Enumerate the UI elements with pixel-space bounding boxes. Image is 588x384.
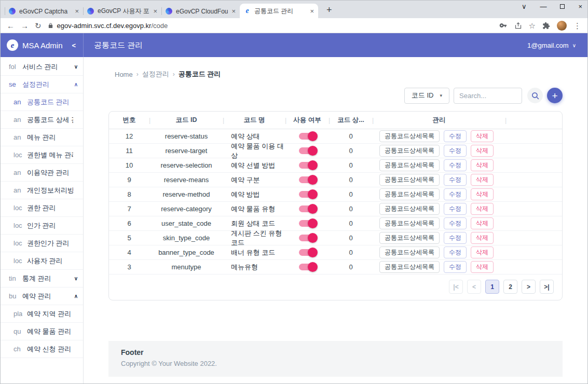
in-use-toggle[interactable]: [299, 162, 316, 169]
breadcrumb-item[interactable]: 설정관리 ›: [142, 70, 179, 79]
in-use-toggle[interactable]: [299, 249, 316, 256]
detail-list-button[interactable]: 공통코드상세목록: [379, 130, 440, 142]
delete-button[interactable]: 삭제: [471, 188, 494, 200]
edit-button[interactable]: 수정: [444, 246, 467, 258]
sidebar-item[interactable]: loc 인가 관리: [1, 217, 83, 235]
cell-code-name: 회원 상태 코드: [223, 219, 285, 228]
window-maximize-icon[interactable]: [560, 4, 565, 9]
search-input[interactable]: [454, 88, 522, 104]
window-minimize-icon[interactable]: —: [540, 3, 546, 10]
delete-button[interactable]: 삭제: [471, 145, 494, 157]
delete-button[interactable]: 삭제: [471, 203, 494, 215]
in-use-toggle[interactable]: [299, 205, 316, 212]
edit-button[interactable]: 수정: [444, 232, 467, 244]
edit-button[interactable]: 수정: [444, 174, 467, 186]
add-code-button[interactable]: +: [547, 88, 563, 103]
edit-button[interactable]: 수정: [444, 145, 467, 157]
delete-button[interactable]: 삭제: [471, 174, 494, 186]
tab-close-icon[interactable]: ×: [310, 7, 314, 15]
share-icon[interactable]: [514, 22, 522, 30]
sidebar-item[interactable]: loc 권한 관리: [1, 199, 83, 217]
tab-close-icon[interactable]: ×: [75, 7, 79, 15]
window-menu-icon[interactable]: ∨: [522, 3, 527, 10]
breadcrumb-item[interactable]: 공통코드 관리 ›: [179, 70, 221, 79]
edit-button[interactable]: 수정: [444, 159, 467, 171]
delete-button[interactable]: 삭제: [471, 232, 494, 244]
sidebar-item-icon: pla: [13, 310, 22, 318]
profile-avatar[interactable]: [557, 21, 567, 31]
in-use-toggle[interactable]: [299, 235, 316, 241]
sidebar-item[interactable]: tin 통계 관리 ∨: [1, 270, 83, 287]
edit-button[interactable]: 수정: [444, 188, 467, 200]
edit-button[interactable]: 수정: [444, 217, 467, 229]
sidebar-item[interactable]: ch 예약 신청 관리: [1, 340, 83, 358]
pagination-button[interactable]: <: [467, 280, 481, 294]
detail-list-button[interactable]: 공통코드상세목록: [379, 203, 440, 215]
address-bar[interactable]: egov-admin.svc.cf.dev.egovp.kr/code: [48, 22, 493, 30]
sidebar-item[interactable]: pla 예약 지역 관리: [1, 305, 83, 323]
sidebar-item[interactable]: an 메뉴 관리: [1, 129, 83, 146]
delete-button[interactable]: 삭제: [471, 159, 494, 171]
browser-tab[interactable]: eGovCP CloudFoundry ×: [161, 4, 240, 18]
reload-icon[interactable]: ↻: [35, 22, 42, 30]
detail-list-button[interactable]: 공통코드상세목록: [379, 145, 440, 157]
in-use-toggle[interactable]: [299, 220, 316, 227]
pagination-button[interactable]: |<: [449, 280, 463, 294]
sidebar-item[interactable]: an 공통코드 관리: [1, 93, 83, 111]
delete-button[interactable]: 삭제: [471, 246, 494, 258]
forward-icon[interactable]: →: [21, 22, 29, 30]
user-menu[interactable]: 1@gmail.com ∨: [527, 42, 576, 49]
detail-list-button[interactable]: 공통코드상세목록: [379, 232, 440, 244]
sidebar-item[interactable]: an 공통코드 상세 관리: [1, 111, 83, 129]
column-header-no: 번호: [109, 112, 149, 129]
edit-button[interactable]: 수정: [444, 130, 467, 142]
edit-button[interactable]: 수정: [444, 203, 467, 215]
delete-button[interactable]: 삭제: [471, 261, 494, 273]
sidebar-collapse-icon[interactable]: <: [72, 42, 76, 49]
detail-list-button[interactable]: 공통코드상세목록: [379, 246, 440, 258]
new-tab-button[interactable]: +: [323, 5, 335, 15]
sidebar-item[interactable]: qu 예약 물품 관리: [1, 323, 83, 340]
search-button[interactable]: [527, 88, 543, 103]
table-row: 12 reserve-status 예약 상태 0 공통코드상세목록 수정 삭제: [109, 129, 562, 144]
in-use-toggle[interactable]: [299, 264, 316, 270]
search-field-select[interactable]: 코드 ID ▾: [404, 88, 449, 104]
browser-menu-icon[interactable]: ⋮: [573, 22, 581, 30]
in-use-toggle[interactable]: [299, 133, 316, 140]
sidebar-item[interactable]: loc 권한별 메뉴 관리: [1, 146, 83, 164]
pagination-button[interactable]: 2: [503, 280, 517, 294]
browser-tab[interactable]: eGovCP 사용자 포털 ×: [83, 4, 161, 18]
delete-button[interactable]: 삭제: [471, 217, 494, 229]
sidebar-item[interactable]: fol 서비스 관리 ∨: [1, 58, 83, 76]
sidebar-item[interactable]: bu 예약 관리 ∧: [1, 287, 83, 305]
browser-tab[interactable]: e 공통코드 관리 ×: [240, 4, 318, 18]
pagination-button[interactable]: >|: [540, 280, 554, 294]
in-use-toggle[interactable]: [299, 176, 316, 183]
detail-list-button[interactable]: 공통코드상세목록: [379, 217, 440, 229]
detail-list-button[interactable]: 공통코드상세목록: [379, 261, 440, 273]
sidebar-item[interactable]: loc 권한인가 관리: [1, 235, 83, 252]
password-key-icon[interactable]: [499, 21, 508, 30]
pagination-button[interactable]: 1: [485, 280, 499, 294]
tab-close-icon[interactable]: ×: [153, 7, 157, 15]
in-use-toggle[interactable]: [299, 147, 316, 154]
detail-list-button[interactable]: 공통코드상세목록: [379, 174, 440, 186]
bookmark-star-icon[interactable]: ☆: [529, 22, 536, 30]
edit-button[interactable]: 수정: [444, 261, 467, 273]
detail-list-button[interactable]: 공통코드상세목록: [379, 188, 440, 200]
breadcrumb-item[interactable]: Home ›: [115, 71, 142, 78]
detail-list-button[interactable]: 공통코드상세목록: [379, 159, 440, 171]
window-close-icon[interactable]: ×: [578, 3, 582, 10]
back-icon[interactable]: ←: [7, 22, 15, 30]
sidebar-item[interactable]: loc 사용자 관리: [1, 252, 83, 270]
sidebar-item[interactable]: se 설정관리 ∧: [1, 76, 83, 93]
extensions-puzzle-icon[interactable]: [542, 22, 550, 30]
sidebar-item[interactable]: an 개인정보처리방침 관: [1, 182, 83, 199]
browser-tab[interactable]: eGovCP Captcha ×: [5, 4, 83, 18]
pagination-button[interactable]: >: [522, 280, 536, 294]
sidebar-item[interactable]: an 이용약관 관리: [1, 164, 83, 182]
tab-close-icon[interactable]: ×: [231, 7, 236, 15]
cell-no: 9: [109, 176, 149, 184]
delete-button[interactable]: 삭제: [471, 130, 494, 142]
in-use-toggle[interactable]: [299, 191, 316, 198]
